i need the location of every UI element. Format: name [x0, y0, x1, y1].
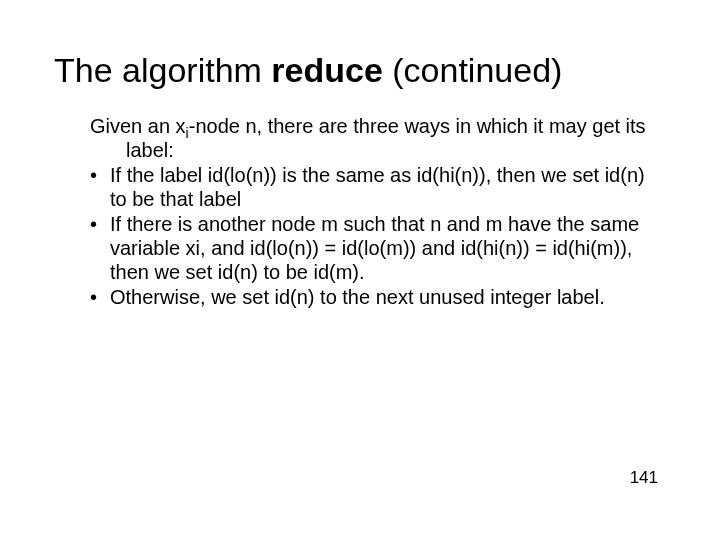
title-pre: The algorithm	[54, 51, 271, 89]
page-number: 141	[630, 468, 658, 488]
intro-before-sub: Given an x	[90, 115, 186, 137]
bullet-marker: •	[90, 213, 97, 237]
list-item: • Otherwise, we set id(n) to the next un…	[90, 286, 658, 310]
bullet-list: • If the label id(lo(n)) is the same as …	[90, 164, 658, 310]
bullet-text: If there is another node m such that n a…	[110, 213, 639, 282]
slide-title: The algorithm reduce (continued)	[54, 51, 666, 90]
slide: The algorithm reduce (continued) Given a…	[0, 0, 720, 540]
list-item: • If there is another node m such that n…	[90, 213, 658, 284]
list-item: • If the label id(lo(n)) is the same as …	[90, 164, 658, 211]
bullet-marker: •	[90, 286, 97, 310]
title-post: (continued)	[383, 51, 563, 89]
bullet-text: Otherwise, we set id(n) to the next unus…	[110, 286, 605, 308]
bullet-marker: •	[90, 164, 97, 188]
title-bold: reduce	[271, 51, 383, 89]
intro-after-sub: -node n, there are three ways in which i…	[126, 115, 646, 161]
intro-text: Given an xi-node n, there are three ways…	[90, 115, 658, 162]
bullet-text: If the label id(lo(n)) is the same as id…	[110, 164, 645, 210]
slide-body: Given an xi-node n, there are three ways…	[90, 115, 658, 312]
